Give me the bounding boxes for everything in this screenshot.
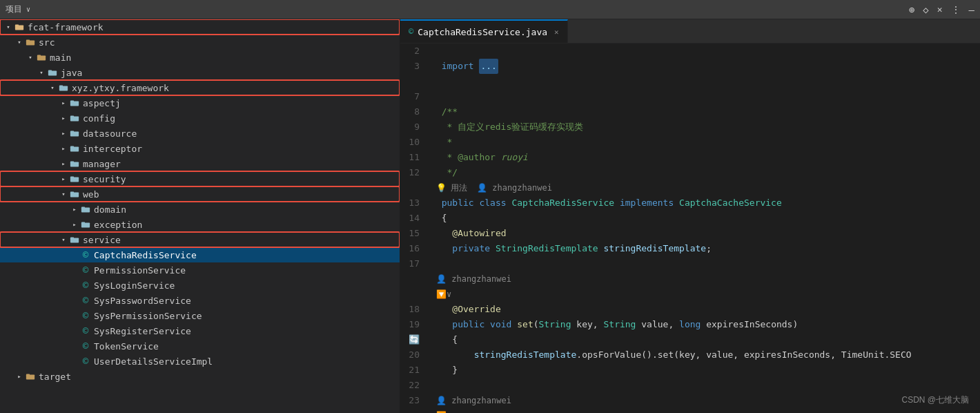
sidebar-item-fcat-framework[interactable]: ▾ fcat-framework [0, 19, 400, 35]
sidebar-item-xyz[interactable]: ▾ xyz.ytxy.framework [0, 80, 400, 95]
author-annotation-line3: 👤 zhangzhanwei [431, 393, 980, 408]
sidebar-item-main[interactable]: ▾ main [0, 50, 400, 65]
code-line-12: */ [431, 165, 980, 180]
commit-line: 🔽∨ [431, 287, 980, 302]
chevron-right-icon: ▸ [58, 113, 69, 124]
code-line-18: @Override [431, 302, 980, 317]
author-annotation-line2: 👤 zhangzhanwei [431, 271, 980, 287]
sidebar-item-user-details-service-impl[interactable]: © UserDetailsServiceImpl [0, 354, 400, 369]
sidebar-item-sys-register-service[interactable]: © SysRegisterService [0, 323, 400, 338]
diamond-icon[interactable]: ◇ [923, 4, 928, 15]
security-label: security [83, 174, 126, 184]
chevron-down-icon: ▾ [58, 189, 69, 200]
sidebar-item-aspectj[interactable]: ▸ aspectj [0, 95, 400, 111]
code-line-21: stringRedisTemplate .opsForValue().set(k… [431, 347, 980, 363]
folder-icon [25, 37, 36, 48]
chevron-down-icon: ▾ [25, 52, 36, 63]
code-line-15: @Autowired [431, 226, 980, 241]
close-icon[interactable]: ✕ [937, 4, 943, 15]
code-line-20: { [431, 332, 980, 347]
chevron-down-icon: ▾ [14, 37, 25, 48]
chevron-down-icon: ∨ [26, 6, 30, 13]
folder-icon [69, 113, 80, 124]
code-line-7 [431, 89, 980, 104]
sidebar-item-sys-permission-service[interactable]: © SysPermissionService [0, 308, 400, 323]
sys-permission-service-label: SysPermissionService [94, 311, 202, 321]
code-line-10: * [431, 135, 980, 150]
code-line-19: public void set ( String key, String val… [431, 317, 980, 332]
sidebar-item-sys-login-service[interactable]: © SysLoginService [0, 278, 400, 293]
chevron-right-icon: ▸ [58, 143, 69, 154]
java-class-icon: © [80, 280, 91, 291]
svg-rect-13 [70, 116, 79, 121]
sidebar-item-token-service[interactable]: © TokenService [0, 338, 400, 354]
line-numbers: 2 3 7 8 9 10 11 12 13 14 15 16 17 18 19 [400, 44, 428, 413]
java-class-icon: © [80, 295, 91, 306]
author-annotation-line: 💡 用法 👤 zhangzhanwei [431, 180, 980, 195]
svg-rect-3 [26, 40, 35, 45]
svg-rect-9 [59, 86, 68, 90]
folder-icon [69, 189, 80, 200]
project-label[interactable]: 项目 [6, 3, 22, 15]
target-label: target [39, 372, 71, 382]
svg-rect-25 [81, 207, 90, 212]
sidebar-item-manager[interactable]: ▸ manager [0, 156, 400, 171]
folder-icon [80, 204, 91, 215]
sys-password-service-label: SysPasswordService [94, 296, 191, 306]
java-class-icon: © [80, 356, 91, 367]
aspectj-label: aspectj [83, 98, 121, 108]
web-label: web [83, 189, 99, 200]
chevron-right-icon: ▸ [69, 219, 80, 230]
sidebar: ▾ fcat-framework ▾ src ▾ [0, 19, 400, 413]
code-line-17 [431, 256, 980, 271]
sidebar-item-src[interactable]: ▾ src [0, 35, 400, 50]
sidebar-item-config[interactable]: ▸ config [0, 111, 400, 126]
tab-close-icon[interactable]: ✕ [554, 28, 559, 37]
editor-tabs: © CaptchaRedisService.java ✕ [400, 19, 980, 44]
sidebar-item-target[interactable]: ▸ target [0, 369, 400, 384]
token-service-label: TokenService [94, 341, 159, 352]
sidebar-item-sys-password-service[interactable]: © SysPasswordService [0, 293, 400, 308]
svg-rect-5 [37, 55, 46, 60]
sidebar-item-service[interactable]: ▾ service [0, 232, 400, 247]
minimize-icon[interactable]: — [969, 4, 974, 15]
sidebar-item-domain[interactable]: ▸ domain [0, 202, 400, 217]
domain-label: domain [94, 204, 126, 215]
top-bar-icons: ⊕ ◇ ✕ ⋮ — [909, 4, 974, 15]
svg-rect-23 [70, 192, 79, 197]
sidebar-item-captcha-redis-service[interactable]: © CaptchaRedisService [0, 247, 400, 262]
folder-icon [69, 97, 80, 108]
top-bar: 项目 ∨ ⊕ ◇ ✕ ⋮ — [0, 0, 980, 19]
add-icon[interactable]: ⊕ [909, 4, 914, 15]
chevron-right-icon: ▸ [58, 158, 69, 169]
exception-label: exception [94, 220, 142, 230]
captcha-redis-service-label: CaptchaRedisService [94, 250, 197, 260]
interceptor-label: interceptor [83, 144, 142, 154]
folder-icon [69, 234, 80, 245]
sidebar-item-java[interactable]: ▾ java [0, 65, 400, 80]
code-lines: import ... /** * 自定义redis验证码缓存实现类 [428, 44, 980, 413]
service-label: service [83, 235, 121, 245]
more-icon[interactable]: ⋮ [951, 4, 961, 15]
svg-rect-19 [70, 162, 79, 166]
java-label: java [61, 68, 82, 78]
sidebar-item-interceptor[interactable]: ▸ interceptor [0, 141, 400, 156]
sidebar-item-permission-service[interactable]: © PermissionService [0, 262, 400, 278]
top-bar-left: 项目 ∨ [6, 3, 30, 15]
folder-icon [69, 173, 80, 184]
svg-rect-15 [70, 131, 79, 136]
commit-line2: 🔽∨ [431, 408, 980, 413]
folder-icon [25, 371, 36, 382]
sidebar-item-security[interactable]: ▸ security [0, 171, 400, 186]
config-label: config [83, 113, 115, 124]
code-line-13: public class CaptchaRedisService impleme… [431, 195, 980, 211]
folder-icon [80, 219, 91, 230]
sidebar-item-datasource[interactable]: ▸ datasource [0, 126, 400, 141]
main-label: main [50, 52, 71, 63]
tab-captcha-redis-service[interactable]: © CaptchaRedisService.java ✕ [400, 19, 568, 43]
sidebar-item-web[interactable]: ▾ web [0, 186, 400, 202]
java-class-icon: © [80, 340, 91, 352]
user-details-service-impl-label: UserDetailsServiceImpl [94, 356, 213, 367]
folder-icon [14, 21, 25, 32]
sidebar-item-exception[interactable]: ▸ exception [0, 217, 400, 232]
